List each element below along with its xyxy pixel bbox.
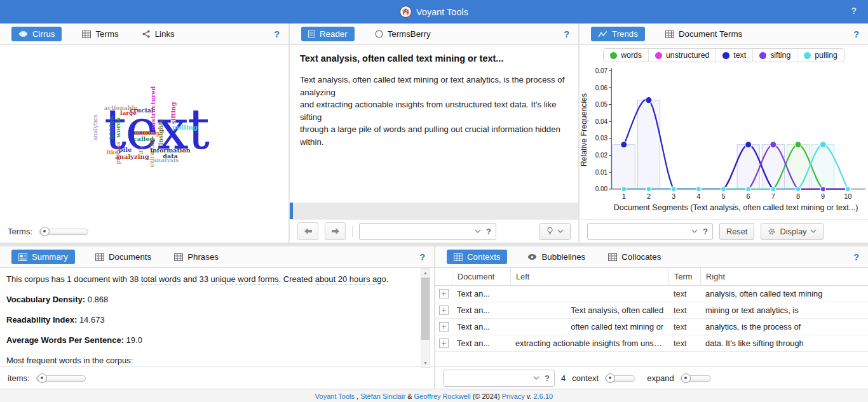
display-button[interactable]: Display [761,223,824,240]
scroll-down-button[interactable]: ▼ [421,359,430,367]
footer-link[interactable]: Voyant Tools [315,392,355,400]
summary-scrollbar[interactable]: ▲ ▼ [421,268,430,368]
tab-summary[interactable]: Summary [11,250,75,264]
cell-right: data. It's like sifting through [700,338,868,348]
svg-text:Relative Frequencies: Relative Frequencies [580,93,588,166]
slider-thumb[interactable] [681,373,691,383]
grid-icon [174,253,183,261]
items-count-slider[interactable] [36,373,86,382]
legend-label: text [733,51,746,60]
tab-termsberry[interactable]: TermsBerry [372,27,433,41]
expand-plus-icon[interactable] [439,338,449,348]
cloud-word[interactable]: analyzing [115,154,149,160]
contexts-help-icon[interactable]: ? [853,252,859,262]
expand-plus-icon[interactable] [439,322,449,332]
svg-text:7: 7 [771,192,775,200]
column-header-document[interactable]: Document [452,268,510,285]
cell-document: Text an... [452,289,510,298]
reader-panel: ReaderTermsBerry? Text analysis, often c… [290,23,578,243]
footer-link[interactable]: 2.6.10 [534,392,553,400]
footer-link[interactable]: Stéfan Sinclair [360,392,405,400]
context-row[interactable]: Text an...textanalysis, often called tex… [435,286,868,302]
legend-item-text[interactable]: text [715,49,752,62]
slider-thumb[interactable] [37,373,47,383]
expand-plus-icon[interactable] [439,305,449,315]
footer-link[interactable]: Privacy [502,392,525,400]
reset-button[interactable]: Reset [719,223,754,240]
app-footer: Voyant Tools , Stéfan Sinclair & Geoffre… [0,389,868,402]
next-document-button[interactable] [325,222,346,240]
top-row: CirrusTermsLinks? textactionablelargecru… [0,23,868,243]
cirrus-toolbar: Terms: [0,220,288,243]
column-header-right[interactable]: Right [700,268,868,285]
tab-documents[interactable]: Documents [93,250,154,264]
tab-contexts[interactable]: Contexts [447,250,507,264]
context-row[interactable]: Text an...Text analysis, often calledtex… [435,302,868,319]
column-header-left[interactable]: Left [510,268,668,285]
cloud-word[interactable]: analytics [93,115,98,141]
tab-collocates[interactable]: Collocates [606,250,663,264]
trends-chart[interactable]: 0.000.010.020.030.040.050.060.0712345678… [580,63,868,219]
tab-bubblelines[interactable]: Bubblelines [525,250,588,264]
expand-plus-icon[interactable] [439,289,449,298]
footer-link[interactable]: Geoffrey Rockwell [414,392,471,400]
cloud-word[interactable]: unstructured [150,86,156,131]
tab-cirrus[interactable]: Cirrus [11,27,62,41]
app-help-icon[interactable]: ? [851,6,857,16]
column-header-term[interactable]: Term [668,268,700,285]
scroll-up-button[interactable]: ▲ [421,269,430,277]
context-size-slider[interactable] [605,373,635,382]
search-help-icon[interactable]: ? [486,227,491,236]
reader-progress-bar[interactable] [290,203,578,219]
summary-text: . [386,274,389,284]
tab-phrases[interactable]: Phrases [172,250,221,264]
tab-label: Trends [612,29,638,39]
reader-toolbar: ? [290,219,578,243]
legend-item-pulling[interactable]: pulling [797,49,844,62]
context-row[interactable]: Text an...extracting actionable insights… [435,335,868,352]
reader-help-icon[interactable]: ? [564,29,569,39]
cloud-word[interactable]: pulling [172,124,198,131]
svg-text:Document Segments (Text analys: Document Segments (Text analysis, often … [614,203,858,212]
legend-item-sifting[interactable]: sifting [752,49,797,62]
search-help-icon[interactable]: ? [703,227,708,236]
voyant-owl-logo-icon [400,6,412,18]
reader-position-marker[interactable] [290,203,293,219]
expand-size-slider[interactable] [681,373,711,382]
slider-thumb[interactable] [40,227,50,236]
summary-term-link[interactable]: about 20 hours ago [315,274,386,285]
cloud-word[interactable]: words [115,117,121,138]
tab-links[interactable]: Links [139,27,177,41]
search-help-icon[interactable]: ? [545,373,550,383]
cloud-word[interactable]: insights [158,119,164,145]
terms-count-slider[interactable] [39,227,88,236]
cloud-word[interactable]: analysis [153,157,179,163]
highlight-options-button[interactable] [539,223,571,240]
reader-text-area[interactable]: Text analysis, often called text mining … [290,45,578,203]
cirrus-help-icon[interactable]: ? [274,29,280,39]
eye-icon [527,253,537,260]
summary-term-link[interactable]: total words [141,274,181,285]
most-frequent-label: Most frequent words in the corpus: [6,355,415,366]
tab-trends[interactable]: Trends [591,27,645,41]
tab-terms[interactable]: Terms [79,27,121,41]
legend-label: words [621,51,642,60]
cloud-word[interactable]: sifting [170,102,177,124]
context-row[interactable]: Text an...often called text mining ortex… [435,319,868,335]
contexts-search-combo[interactable]: ? [443,370,555,387]
document-text-line: within. [300,136,568,149]
summary-help-icon[interactable]: ? [419,252,425,262]
prev-document-button[interactable] [297,222,318,240]
scrollbar-thumb[interactable] [421,278,430,340]
tab-reader[interactable]: Reader [301,27,355,41]
tab-document-terms[interactable]: Document Terms [663,27,745,41]
reader-tabbar: ReaderTermsBerry? [290,23,578,45]
legend-item-unstructured[interactable]: unstructured [648,49,715,62]
legend-item-words[interactable]: words [604,49,648,62]
tab-label: Collocates [621,252,661,262]
reader-search-combo[interactable]: ? [359,223,496,240]
trends-search-combo[interactable]: ? [587,223,713,240]
summary-term-link[interactable]: unique word forms [211,274,279,285]
trends-help-icon[interactable]: ? [853,29,859,39]
document-text-line: through a large pile of words and pullin… [300,123,568,136]
